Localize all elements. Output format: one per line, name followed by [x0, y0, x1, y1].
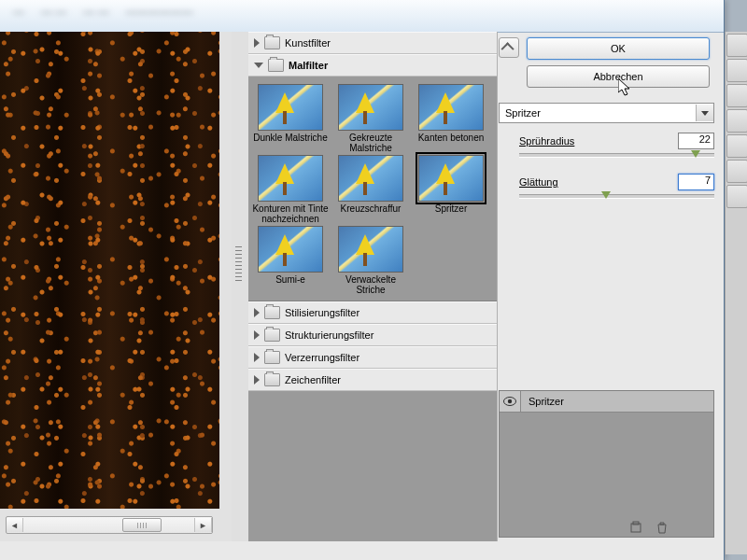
effect-layers-panel: Spritzer: [499, 390, 714, 538]
category-kunstfilter[interactable]: Kunstfilter: [248, 32, 497, 54]
chevron-down-icon: [696, 105, 713, 121]
folder-icon: [264, 306, 280, 319]
splitter-handle-icon: [235, 246, 242, 284]
collapse-tree-button[interactable]: [499, 37, 519, 58]
category-label: Strukturierungsfilter: [285, 329, 374, 341]
eye-icon: [503, 397, 516, 406]
side-tool[interactable]: [726, 59, 747, 82]
slider-thumb-icon[interactable]: [601, 191, 611, 199]
preview-image: [0, 32, 219, 509]
tree-empty-area: [248, 391, 497, 541]
controls-panel: OK Abbrechen Spritzer Sprühradius 22 Glä…: [497, 32, 720, 541]
filter-thumb[interactable]: Dunkle Malstriche: [252, 84, 329, 153]
category-malfilter[interactable]: Malfilter: [248, 54, 497, 77]
filter-thumb[interactable]: Gekreuzte Malstriche: [332, 84, 409, 153]
param-value-input[interactable]: 7: [678, 174, 714, 190]
scroll-right-button[interactable]: ►: [194, 518, 212, 532]
expand-icon: [254, 330, 260, 340]
folder-icon: [264, 373, 280, 386]
category-stilisierung[interactable]: Stilisierungsfilter: [248, 301, 497, 324]
layer-name: Spritzer: [521, 396, 564, 407]
category-strukturierung[interactable]: Strukturierungsfilter: [248, 324, 497, 346]
side-tool[interactable]: [726, 185, 747, 208]
category-label: Stilisierungsfilter: [285, 307, 359, 318]
filter-thumb[interactable]: Sumi-e: [252, 226, 329, 295]
filter-gallery-dialog: —— —— ——————— ◄ ► Kunstfilter Malfilter: [0, 0, 725, 560]
effect-layer-row[interactable]: Spritzer: [500, 391, 713, 413]
folder-icon: [264, 36, 280, 49]
filter-thumb[interactable]: Kanten betonen: [413, 84, 489, 153]
collapse-icon: [254, 63, 263, 68]
param-label: Glättung: [519, 176, 558, 188]
trash-icon[interactable]: [655, 521, 669, 534]
svg-point-1: [508, 399, 512, 403]
folder-icon: [264, 329, 280, 342]
category-label: Verzerrungsfilter: [285, 352, 359, 363]
dropdown-value: Spritzer: [500, 107, 696, 119]
filter-thumb[interactable]: Kreuzschraffur: [332, 155, 409, 224]
expand-icon: [254, 353, 260, 362]
ok-button[interactable]: OK: [527, 37, 710, 60]
category-label: Zeichenfilter: [285, 374, 341, 385]
thumbnail-grid: Dunkle Malstriche Gekreuzte Malstriche K…: [248, 77, 497, 301]
param-spruehradius: Sprühradius 22: [519, 133, 714, 164]
expand-icon: [254, 38, 260, 48]
cancel-button[interactable]: Abbrechen: [527, 65, 710, 88]
side-tool[interactable]: [726, 109, 747, 133]
expand-icon: [254, 308, 260, 317]
preview-panel: ◄ ►: [0, 32, 233, 541]
expand-icon: [254, 375, 260, 385]
side-tool[interactable]: [726, 34, 747, 57]
slider-glaettung[interactable]: [519, 192, 714, 205]
new-layer-icon[interactable]: [629, 521, 642, 534]
layer-tools: [629, 521, 669, 534]
visibility-toggle[interactable]: [500, 391, 521, 412]
filter-dropdown[interactable]: Spritzer: [499, 103, 714, 123]
filter-thumb[interactable]: Konturen mit Tinte nachzeichnen: [252, 155, 329, 224]
window-titlebar: —— —— ———————: [0, 0, 724, 33]
side-tool[interactable]: [726, 160, 747, 183]
preview-h-scrollbar[interactable]: ◄ ►: [6, 516, 213, 534]
param-value-input[interactable]: 22: [678, 133, 714, 149]
side-tool[interactable]: [726, 134, 747, 158]
slider-spruehradius[interactable]: [519, 151, 714, 164]
filter-thumb[interactable]: Verwackelte Striche: [332, 226, 409, 295]
splitter[interactable]: [232, 32, 249, 541]
folder-icon: [264, 351, 280, 364]
side-tool[interactable]: [726, 84, 747, 107]
slider-thumb-icon[interactable]: [691, 150, 700, 158]
category-verzerrung[interactable]: Verzerrungsfilter: [248, 346, 497, 369]
scroll-thumb[interactable]: [122, 518, 162, 532]
category-zeichen[interactable]: Zeichenfilter: [248, 369, 497, 391]
category-label: Malfilter: [289, 60, 328, 71]
scroll-left-button[interactable]: ◄: [7, 518, 23, 532]
filter-tree-panel: Kunstfilter Malfilter Dunkle Malstriche …: [248, 32, 498, 541]
filter-thumb-selected[interactable]: Spritzer: [413, 155, 489, 224]
category-label: Kunstfilter: [285, 37, 331, 49]
param-label: Sprühradius: [519, 135, 574, 147]
folder-icon: [268, 59, 284, 72]
param-glaettung: Glättung 7: [519, 174, 714, 205]
